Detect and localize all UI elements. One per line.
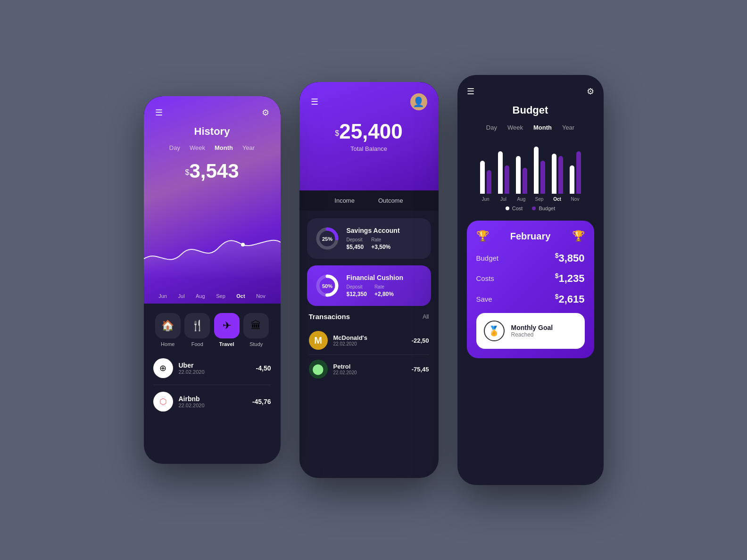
history-months: Jun Jul Aug Sep Oct Nov	[144, 293, 281, 299]
income-tab[interactable]: Income	[334, 197, 355, 204]
costs-row: Costs $1,235	[476, 272, 585, 285]
uber-name: Uber	[179, 362, 250, 369]
transaction-airbnb: ⬡ Airbnb 22.02.2020 -45,76	[153, 392, 271, 418]
monthly-goal-card: 🏅 Monthly Goal Reached	[476, 313, 585, 349]
cushion-deposit: Deposit $12,350	[347, 284, 367, 298]
cushion-rate-value: +2,80%	[374, 291, 394, 297]
savings-rate-value: +3,50%	[371, 244, 390, 250]
category-home[interactable]: 🏠 Home	[155, 313, 181, 347]
airbnb-date: 22.02.2020	[179, 403, 247, 408]
savings-account-card[interactable]: 25% Savings Account Deposit $5,450 Rate …	[307, 218, 431, 259]
save-row: Save $2,615	[476, 293, 585, 305]
budget-label: Budget	[539, 206, 555, 211]
cushion-details: Deposit $12,350 Rate +2,80%	[347, 284, 423, 298]
savings-deposit-value: $5,450	[347, 244, 364, 250]
bar-month-jul: Jul	[500, 197, 506, 202]
balance-amount-display: $25,400	[311, 120, 427, 143]
svg-point-0	[241, 243, 245, 247]
history-time-tabs: Day Week Month Year	[155, 144, 269, 151]
travel-label: Travel	[219, 341, 234, 347]
balance-header: ☰ 👤 $25,400 Total Balance	[299, 82, 439, 190]
phones-container: ☰ ⚙ History Day Week Month Year $3,543	[144, 75, 604, 485]
airbnb-name: Airbnb	[179, 395, 247, 403]
tab-week[interactable]: Week	[190, 144, 205, 151]
user-avatar[interactable]: 👤	[410, 93, 427, 110]
balance-body: 25% Savings Account Deposit $5,450 Rate …	[299, 211, 439, 391]
transactions-section: Transacions All M McDonald's 22.02.2020 …	[307, 313, 431, 383]
transactions-all[interactable]: All	[423, 313, 429, 320]
category-food[interactable]: 🍴 Food	[184, 313, 210, 347]
costs-amount: $1,235	[555, 272, 585, 285]
budget-settings-icon[interactable]: ⚙	[587, 86, 594, 97]
budget-bar-jun	[487, 170, 491, 194]
budget-body: ☰ ⚙ Budget Day Week Month Year JunJulAug…	[457, 75, 604, 370]
category-study[interactable]: 🏛 Study	[243, 313, 269, 347]
category-icons: 🏠 Home 🍴 Food ✈ Travel 🏛 Study	[153, 313, 271, 347]
cushion-deposit-label: Deposit	[347, 284, 367, 289]
month-jul: Jul	[178, 293, 185, 299]
feb-right-icon: 🏆	[572, 230, 585, 242]
mcdonalds-date: 22.02.2020	[333, 341, 406, 346]
petrol-amount: -75,45	[412, 366, 429, 373]
save-amount: $2,615	[555, 293, 585, 305]
budget-label-text: Budget	[476, 254, 499, 262]
budget-row: Budget $3,850	[476, 252, 585, 264]
menu-icon[interactable]: ☰	[155, 107, 163, 118]
budget-tab-year[interactable]: Year	[562, 124, 574, 131]
history-value: 3,543	[189, 160, 239, 182]
budget-tab-day[interactable]: Day	[486, 124, 497, 131]
budget-bar-nov	[576, 151, 581, 194]
transaction-mcdonalds: M McDonald's 22.02.2020 -22,50	[309, 326, 429, 355]
airbnb-info: Airbnb 22.02.2020	[179, 395, 247, 408]
savings-donut: 25%	[315, 226, 340, 251]
outcome-tab[interactable]: Outcome	[378, 197, 403, 204]
budget-tab-month[interactable]: Month	[533, 124, 552, 131]
costs-label: Costs	[476, 274, 494, 282]
transaction-uber: ⊕ Uber 22.02.2020 -4,50	[153, 358, 271, 385]
tab-year[interactable]: Year	[242, 144, 255, 151]
uber-icon: ⊕	[153, 358, 173, 378]
bars-oct	[552, 154, 563, 194]
goal-title: Monthly Goal	[511, 324, 553, 331]
tab-day[interactable]: Day	[169, 144, 180, 151]
savings-deposit: Deposit $5,450	[347, 237, 364, 251]
study-label: Study	[249, 341, 263, 347]
wave-chart-svg	[144, 219, 281, 280]
budget-bar-aug	[523, 168, 527, 194]
budget-amount: $3,850	[555, 252, 585, 264]
chart-legend: Cost Budget	[467, 206, 594, 211]
cost-bar-nov	[570, 165, 574, 194]
uber-date: 22.02.2020	[179, 369, 250, 375]
balance-menu-icon[interactable]: ☰	[311, 97, 318, 107]
cushion-account-card[interactable]: 50% Financial Cushion Deposit $12,350 Ra…	[307, 265, 431, 306]
home-icon-box: 🏠	[155, 313, 181, 338]
settings-icon[interactable]: ⚙	[262, 107, 269, 118]
savings-deposit-label: Deposit	[347, 237, 364, 242]
history-topbar: ☰ ⚙	[155, 107, 269, 118]
history-title: History	[155, 125, 269, 138]
balance-label: Total Balance	[311, 145, 427, 152]
cost-dot	[506, 206, 509, 210]
month-aug: Aug	[196, 293, 205, 299]
petrol-icon: ⬤	[309, 360, 328, 379]
savings-name: Savings Account	[347, 227, 423, 234]
category-travel[interactable]: ✈ Travel	[214, 313, 240, 347]
cost-bar-aug	[516, 156, 521, 194]
bar-month-aug: Aug	[517, 197, 526, 202]
bar-group-nov: Nov	[570, 151, 581, 202]
bar-group-aug: Aug	[516, 156, 527, 202]
budget-tab-week[interactable]: Week	[507, 124, 523, 131]
budget-bar-oct	[558, 156, 563, 194]
legend-budget: Budget	[532, 206, 555, 211]
bar-month-nov: Nov	[571, 197, 580, 202]
airbnb-amount: -45,76	[252, 398, 271, 405]
budget-dot	[532, 206, 536, 210]
history-amount: $3,543	[155, 160, 269, 182]
savings-info: Savings Account Deposit $5,450 Rate +3,5…	[347, 227, 423, 251]
month-oct[interactable]: Oct	[236, 293, 245, 299]
budget-menu-icon[interactable]: ☰	[467, 86, 474, 97]
cost-bar-jul	[498, 151, 503, 194]
cushion-rate-label: Rate	[374, 284, 394, 289]
cushion-name: Financial Cushion	[347, 274, 423, 281]
tab-month[interactable]: Month	[215, 144, 233, 151]
